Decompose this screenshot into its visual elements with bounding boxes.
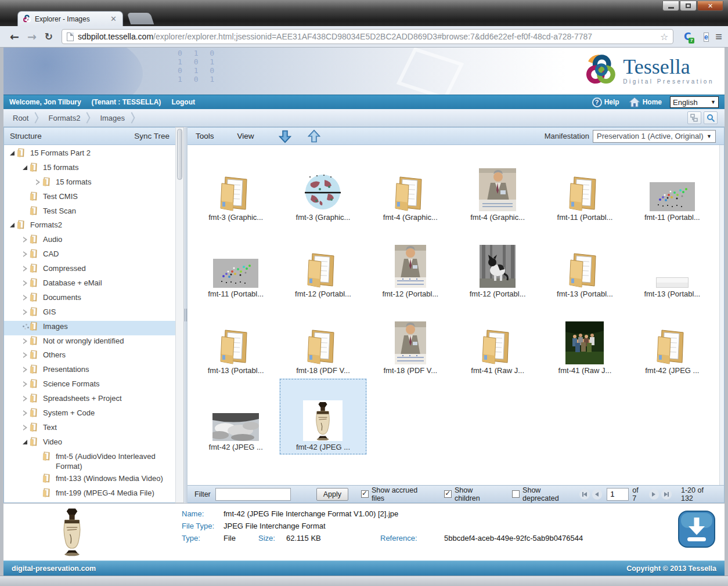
filter-input[interactable] [215, 488, 291, 501]
browser-tab[interactable]: Explorer - Images ✕ [17, 11, 123, 26]
search-button[interactable] [704, 111, 718, 124]
grid-item[interactable]: fmt-18 (PDF V... [279, 302, 366, 378]
extension-ie-icon[interactable]: e [700, 31, 712, 42]
breadcrumb-item[interactable]: Formats2 [46, 112, 98, 124]
checkbox-icon[interactable] [512, 490, 520, 498]
back-button[interactable]: ← [10, 30, 19, 43]
tree-item[interactable]: CAD [4, 248, 175, 263]
tree-expander-icon[interactable] [21, 294, 30, 302]
grid-item[interactable]: fmt-41 (Raw J... [454, 302, 541, 378]
tree-expander-icon[interactable] [34, 489, 42, 497]
tree-expander-icon[interactable] [21, 236, 30, 244]
minimize-button[interactable] [662, 1, 679, 11]
forward-button[interactable]: → [27, 30, 37, 43]
tree-expander-icon[interactable] [21, 366, 30, 374]
tree-item[interactable]: Test Scan [4, 205, 175, 220]
logout-link[interactable]: Logout [171, 98, 195, 106]
grid-item[interactable]: fmt-4 (Graphic... [367, 149, 454, 225]
tree-expander-icon[interactable] [21, 308, 30, 316]
tree-item[interactable]: Presentations [4, 364, 175, 378]
tree-expander-icon[interactable] [21, 323, 30, 331]
tree-item[interactable]: 15 Formats Part 2 [4, 147, 175, 162]
content-scrollbar[interactable] [719, 145, 724, 485]
filter-checkbox[interactable]: Show children [444, 486, 499, 502]
tree-expander-icon[interactable] [21, 193, 30, 201]
tree-expander-icon[interactable] [21, 409, 30, 417]
tree-expander-icon[interactable] [34, 178, 42, 186]
grid-item[interactable]: fmt-18 (PDF V... [367, 302, 454, 378]
tree-item[interactable]: Images [4, 321, 175, 335]
bookmark-star-icon[interactable]: ☆ [660, 31, 668, 42]
tree-expander-icon[interactable] [21, 250, 30, 258]
browser-menu-icon[interactable]: ≡ [715, 30, 722, 44]
grid-item[interactable]: fmt-3 (Graphic... [279, 149, 366, 225]
grid-item[interactable]: fmt-3 (Graphic... [192, 149, 279, 225]
grid-item[interactable]: fmt-41 (Raw J... [541, 302, 628, 378]
sync-tree-link[interactable]: Sync Tree [134, 132, 170, 140]
extension-c7-icon[interactable]: C7 [681, 31, 694, 42]
tab-close-icon[interactable]: ✕ [109, 15, 118, 23]
filter-checkbox[interactable]: Show deprecated [512, 486, 578, 502]
tree-expander-icon[interactable] [21, 395, 30, 403]
grid-item[interactable]: fmt-4 (Graphic... [454, 149, 541, 225]
grid-item[interactable]: fmt-13 (Portabl... [629, 225, 716, 302]
tree-expander-icon[interactable] [9, 221, 17, 229]
address-bar[interactable]: sdbpilot.tessella.com/explorer/explorer.… [62, 29, 673, 44]
tree-expander-icon[interactable] [9, 149, 17, 157]
grid-item[interactable]: fmt-12 (Portabl... [454, 225, 541, 302]
tree-item[interactable]: Video [4, 436, 175, 451]
tree-item[interactable]: Science Formats [4, 378, 175, 393]
tree-expander-icon[interactable] [21, 265, 30, 273]
language-select[interactable]: English ▼ [670, 96, 719, 108]
checkbox-icon[interactable] [444, 490, 452, 498]
tree-expander-icon[interactable] [21, 279, 30, 287]
maximize-button[interactable] [680, 1, 697, 11]
tree-expander-icon[interactable] [34, 475, 42, 483]
tree-item[interactable]: Others [4, 349, 175, 364]
tree-expander-icon[interactable] [21, 337, 30, 345]
tree-expander-icon[interactable] [21, 351, 30, 359]
tree-item[interactable]: GIS [4, 306, 175, 321]
grid-item[interactable]: fmt-12 (Portabl... [367, 225, 454, 302]
move-down-button[interactable] [277, 129, 293, 144]
tree-item[interactable]: fmt-200 (Material Exchange Format) [4, 502, 175, 502]
sidebar-scrollbar[interactable] [175, 127, 184, 503]
tree-item[interactable]: Formats2 [4, 219, 175, 234]
close-button[interactable]: ✕ [697, 1, 723, 11]
new-tab-button[interactable] [127, 13, 154, 24]
tree-item[interactable]: Audio [4, 234, 175, 248]
first-page-button[interactable] [579, 489, 590, 500]
tree-expander-icon[interactable] [21, 438, 30, 446]
view-menu[interactable]: View [237, 132, 254, 140]
reload-button[interactable]: ↻ [45, 31, 53, 42]
tree-item[interactable]: fmt-199 (MPEG-4 Media File) [4, 487, 175, 502]
tree-item[interactable]: Spreadsheets + Project [4, 393, 175, 407]
previous-page-button[interactable] [592, 489, 603, 500]
tree-item[interactable]: Not or wrongly identified [4, 335, 175, 350]
grid-item[interactable]: fmt-42 (JPEG ... [629, 302, 716, 378]
tools-menu[interactable]: Tools [196, 132, 214, 140]
checkbox-icon[interactable] [361, 490, 369, 498]
tree-item[interactable]: 15 formats [4, 162, 175, 176]
tree-view-button[interactable] [687, 111, 701, 124]
breadcrumb-item[interactable]: Root [10, 112, 46, 124]
tree-item[interactable]: System + Code [4, 407, 175, 422]
tree-item[interactable]: fmt-133 (Windows Media Video) [4, 473, 175, 487]
tree-expander-icon[interactable] [34, 453, 42, 461]
filter-checkbox[interactable]: Show accrued files [361, 486, 431, 502]
grid-item[interactable]: fmt-12 (Portabl... [279, 225, 366, 302]
grid-item[interactable]: fmt-13 (Portabl... [192, 302, 279, 378]
apply-button[interactable]: Apply [316, 488, 348, 501]
tree-expander-icon[interactable] [21, 164, 30, 172]
tree-item[interactable]: Text [4, 422, 175, 436]
grid-item[interactable]: fmt-42 (JPEG ... [192, 378, 279, 455]
page-number-input[interactable] [607, 488, 629, 501]
grid-item[interactable]: fmt-11 (Portabl... [629, 149, 716, 225]
grid-item[interactable]: fmt-42 (JPEG ... [279, 378, 366, 455]
grid-item[interactable]: fmt-13 (Portabl... [541, 225, 628, 302]
tree-expander-icon[interactable] [21, 207, 30, 215]
tree-expander-icon[interactable] [21, 424, 30, 432]
tree-item[interactable]: Documents [4, 292, 175, 306]
download-button[interactable] [678, 511, 715, 549]
scrollbar-thumb[interactable] [177, 129, 182, 180]
